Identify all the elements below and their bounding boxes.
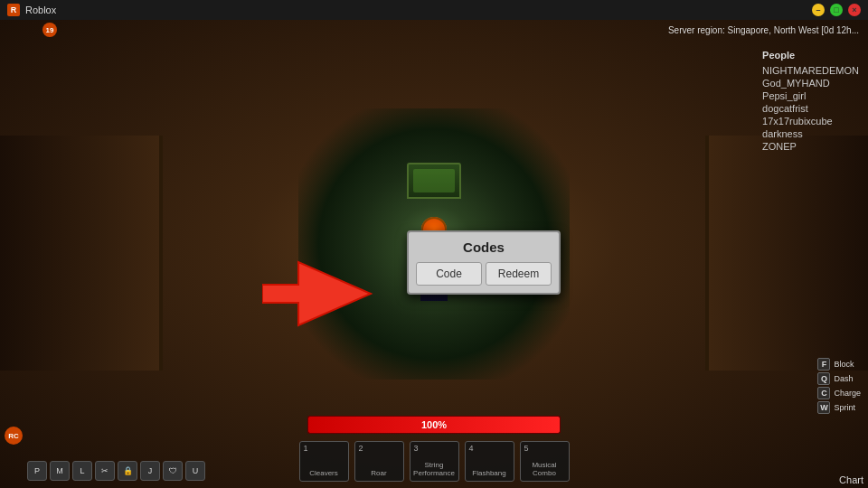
title-bar: R Roblox – □ ×: [0, 0, 868, 20]
minimize-button[interactable]: –: [812, 4, 825, 16]
app-icon: R: [7, 4, 20, 16]
players-list: People NIGHTMAREDEMON God_MYHAND Pepsi_g…: [762, 50, 859, 153]
hud-icon-j[interactable]: J: [140, 461, 160, 481]
key-c: C: [817, 387, 830, 399]
hud-icon-lock[interactable]: 🔒: [118, 461, 137, 481]
keybind-label-sprint: Sprint: [834, 403, 855, 412]
keybind-row-f: F Block: [817, 358, 861, 371]
inv-label-4: Flashbang: [472, 469, 505, 478]
keybind-row-q: Q Dash: [817, 372, 861, 385]
window-controls: – □ ×: [812, 4, 861, 16]
inv-slot-5[interactable]: 5 MusicalCombo: [520, 441, 570, 482]
codes-buttons: Code Redeem: [416, 262, 552, 286]
player-item-4: dogcatfrist: [762, 102, 859, 115]
wall-left: [0, 136, 163, 371]
notification-badge: 19: [42, 23, 57, 37]
app-title: Roblox: [25, 5, 812, 15]
key-q: Q: [817, 372, 830, 385]
player-item-6: darkness: [762, 127, 859, 140]
keybind-row-c: C Charge: [817, 387, 861, 399]
player-item-2: God_MYHAND: [762, 77, 859, 89]
player-item-5: 17x17rubixcube: [762, 115, 859, 127]
key-w: W: [817, 401, 830, 414]
inv-label-1: Cleavers: [309, 469, 338, 478]
maximize-button[interactable]: □: [830, 4, 843, 16]
redeem-button[interactable]: Redeem: [486, 262, 552, 286]
hud-icon-u[interactable]: 🛡: [163, 461, 183, 481]
codes-title: Codes: [416, 239, 552, 255]
hud-icon-m[interactable]: M: [50, 461, 70, 481]
keybind-label-charge: Charge: [834, 389, 861, 398]
inv-number-1: 1: [304, 444, 308, 453]
game-viewport: Codes Code Redeem Server region: Singapo…: [0, 0, 868, 488]
hud-icon-p[interactable]: P: [27, 461, 47, 481]
keybind-label-block: Block: [834, 360, 854, 369]
close-button[interactable]: ×: [848, 4, 861, 16]
player-item-7: ZONEP: [762, 140, 859, 153]
player-item-1: NIGHTMAREDEMON: [762, 64, 859, 77]
inv-number-3: 3: [414, 444, 419, 453]
inv-slot-1[interactable]: 1 Cleavers: [299, 441, 349, 482]
server-info: Server region: Singapore, North West [0d…: [668, 25, 859, 35]
health-bar-container: 100%: [307, 416, 561, 434]
key-f: F: [817, 358, 830, 371]
player-item-3: Pepsi_girl: [762, 89, 859, 102]
health-bar-text: 100%: [421, 419, 447, 430]
avatar-icon[interactable]: RC: [5, 427, 23, 445]
inv-number-2: 2: [359, 444, 363, 453]
inv-slot-3[interactable]: 3 StringPerformance: [410, 441, 459, 482]
code-button[interactable]: Code: [416, 262, 482, 286]
inv-number-5: 5: [524, 444, 529, 453]
svg-marker-0: [262, 262, 371, 325]
hud-icon-extra[interactable]: U: [185, 461, 205, 481]
inv-label-2: Roar: [371, 469, 386, 478]
inv-label-3: StringPerformance: [413, 461, 455, 478]
players-header: People: [762, 50, 859, 61]
keybind-label-dash: Dash: [834, 374, 853, 383]
inventory-bar: 1 Cleavers 2 Roar 3 StringPerformance 4 …: [299, 441, 570, 482]
inv-slot-2[interactable]: 2 Roar: [354, 441, 404, 482]
codes-dialog: Codes Code Redeem: [407, 230, 561, 295]
inv-number-4: 4: [469, 444, 474, 453]
chest-object: [407, 163, 461, 199]
chart-label[interactable]: Chart: [839, 474, 863, 485]
inv-slot-4[interactable]: 4 Flashbang: [465, 441, 514, 482]
wall-right: [705, 136, 868, 371]
arrow-indicator: [262, 244, 380, 343]
keybind-row-w: W Sprint: [817, 401, 861, 414]
keybinds-panel: F Block Q Dash C Charge W Sprint: [817, 358, 861, 416]
hud-icon-k[interactable]: ✂: [95, 461, 115, 481]
left-hud-icons: P M L ✂ 🔒 J 🛡 U: [27, 461, 205, 481]
hud-icon-l[interactable]: L: [72, 461, 92, 481]
inv-label-5: MusicalCombo: [532, 461, 556, 478]
